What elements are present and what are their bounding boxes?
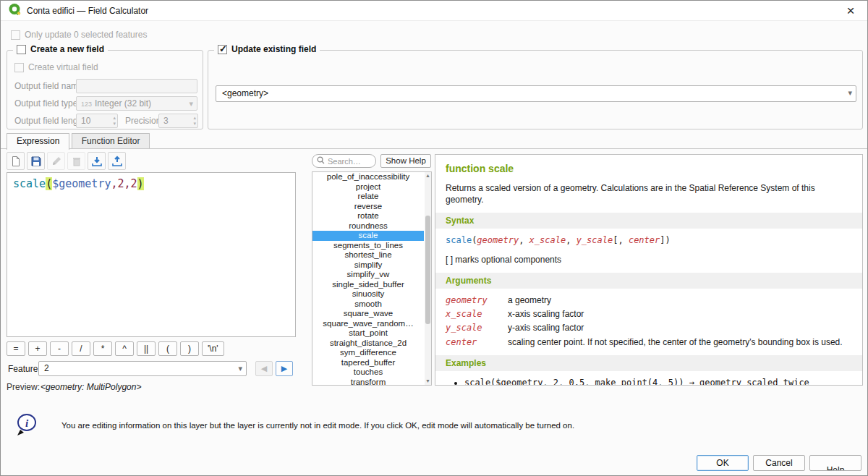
- spinner-arrows-icon: ▴▾: [113, 115, 116, 127]
- argument-name: y_scale: [446, 322, 508, 333]
- update-existing-field-checkbox[interactable]: Update existing field: [214, 44, 320, 54]
- create-new-field-checkbox[interactable]: Create a new field: [13, 44, 108, 54]
- function-list-item[interactable]: simplify: [312, 260, 424, 271]
- function-list-item[interactable]: segments_to_lines: [312, 241, 424, 251]
- precision-spinner: 3 ▴▾: [158, 114, 198, 128]
- show-help-button[interactable]: Show Help: [380, 154, 431, 168]
- preview-label: Preview:: [7, 382, 40, 392]
- existing-field-select[interactable]: <geometry> ▾: [216, 85, 856, 102]
- function-list-item[interactable]: project: [312, 182, 424, 192]
- feature-value: 2: [44, 363, 49, 373]
- function-list-item[interactable]: single_sided_buffer: [312, 280, 424, 290]
- preview-value: <geometry: MultiPolygon>: [41, 382, 141, 392]
- syntax-part: y_scale: [576, 235, 613, 245]
- function-list-item[interactable]: start_point: [312, 328, 424, 339]
- new-expression-icon[interactable]: [7, 152, 25, 170]
- function-list[interactable]: pole_of_inaccessibilityprojectrelatereve…: [312, 171, 432, 386]
- help-button[interactable]: Help: [809, 455, 861, 471]
- function-list-scrollbar[interactable]: ▲ ▼: [425, 172, 431, 385]
- argument-description: x-axis scaling factor: [508, 308, 584, 320]
- chevron-down-icon: ▾: [238, 364, 242, 373]
- operator-button[interactable]: ): [180, 341, 199, 356]
- function-list-item[interactable]: scale: [312, 231, 424, 241]
- search-icon: [317, 156, 325, 166]
- spinner-arrows-icon: ▴▾: [193, 115, 196, 127]
- function-list-item[interactable]: square_wave_random…: [312, 319, 424, 329]
- scrollbar-thumb[interactable]: [425, 216, 430, 324]
- function-list-item[interactable]: sinuosity: [312, 289, 424, 299]
- argument-row: x_scalex-axis scaling factor: [446, 308, 852, 320]
- import-expression-icon[interactable]: [88, 152, 106, 170]
- output-field-name-label: Output field name: [14, 81, 83, 91]
- window-title: Conta edifici — Field Calculator: [27, 6, 148, 16]
- ok-button[interactable]: OK: [697, 455, 749, 471]
- function-list-item[interactable]: roundness: [312, 221, 424, 231]
- argument-row: centerscaling center point. If not speci…: [446, 336, 852, 348]
- function-list-item[interactable]: reverse: [312, 202, 424, 212]
- syntax-part: ,: [519, 235, 529, 245]
- edit-expression-icon: [47, 152, 65, 170]
- function-list-item[interactable]: straight_distance_2d: [312, 339, 424, 349]
- syntax-part: ]): [660, 235, 670, 245]
- next-feature-button[interactable]: ▶: [276, 361, 293, 376]
- scroll-up-icon[interactable]: ▲: [425, 172, 431, 179]
- expression-editor[interactable]: scale($geometry,2,2): [7, 172, 296, 337]
- output-field-type-value: Integer (32 bit): [95, 98, 151, 109]
- function-list-item[interactable]: relate: [312, 192, 424, 202]
- operator-button[interactable]: =: [7, 341, 25, 356]
- search-input[interactable]: [328, 157, 371, 166]
- syntax-part: geometry: [477, 235, 519, 245]
- create-new-field-label: Create a new field: [30, 44, 104, 54]
- function-list-item[interactable]: shortest_line: [312, 250, 424, 260]
- operator-button[interactable]: ^: [115, 341, 134, 356]
- syntax-part: ,: [566, 235, 576, 245]
- expression-token: (: [46, 177, 52, 190]
- tab-expression[interactable]: Expression: [7, 133, 69, 150]
- function-search-box: [312, 154, 376, 168]
- function-list-item[interactable]: tapered_buffer: [312, 358, 424, 368]
- argument-name: center: [446, 336, 508, 348]
- operator-button[interactable]: -: [50, 341, 69, 356]
- output-field-length-label: Output field length: [14, 116, 85, 126]
- argument-name: x_scale: [446, 308, 508, 320]
- update-existing-field-label: Update existing field: [231, 44, 316, 54]
- output-field-name-input: [76, 79, 197, 93]
- save-expression-icon[interactable]: [27, 152, 45, 170]
- function-list-item[interactable]: rotate: [312, 211, 424, 221]
- optional-components-note: [ ] marks optional components: [446, 254, 852, 265]
- close-button[interactable]: ×: [841, 1, 860, 20]
- operator-button[interactable]: '\n': [202, 341, 224, 356]
- argument-name: geometry: [446, 294, 508, 306]
- info-icon: i: [15, 413, 38, 438]
- tab-bar: Expression Function Editor: [7, 133, 149, 149]
- scroll-down-icon[interactable]: ▼: [425, 378, 431, 385]
- function-list-item[interactable]: sym_difference: [312, 348, 424, 358]
- syntax-part: scale: [446, 235, 472, 245]
- cancel-button[interactable]: Cancel: [753, 455, 805, 471]
- syntax-heading: Syntax: [435, 213, 862, 229]
- field-calculator-window: Conta edifici — Field Calculator × Only …: [0, 0, 868, 476]
- function-list-item[interactable]: touches: [312, 367, 424, 378]
- expression-text: scale($geometry,2,2): [13, 177, 144, 190]
- feature-select[interactable]: 2 ▾: [38, 361, 247, 376]
- function-list-item[interactable]: pole_of_inaccessibility: [312, 172, 424, 182]
- examples-heading: Examples: [435, 355, 862, 371]
- argument-description: y-axis scaling factor: [508, 322, 584, 333]
- qgis-logo-icon: [8, 3, 21, 18]
- operator-button[interactable]: *: [93, 341, 112, 356]
- help-title: function scale: [446, 162, 852, 176]
- edit-mode-message: You are editing information on this laye…: [61, 421, 684, 430]
- help-description: Returns a scaled version of a geometry. …: [446, 182, 852, 205]
- operator-button[interactable]: ||: [137, 341, 156, 356]
- function-list-item[interactable]: smooth: [312, 299, 424, 310]
- operator-button[interactable]: /: [72, 341, 90, 356]
- function-list-item[interactable]: square_wave: [312, 309, 424, 319]
- function-list-item[interactable]: simplify_vw: [312, 270, 424, 280]
- operator-button[interactable]: (: [158, 341, 177, 356]
- create-virtual-field-checkbox: Create virtual field: [14, 62, 98, 72]
- function-list-item[interactable]: transform: [312, 378, 424, 386]
- operator-button[interactable]: +: [28, 341, 47, 356]
- output-field-type-select: 123Integer (32 bit) ▾: [76, 96, 197, 111]
- tab-function-editor[interactable]: Function Editor: [72, 133, 150, 148]
- export-expression-icon[interactable]: [108, 152, 126, 170]
